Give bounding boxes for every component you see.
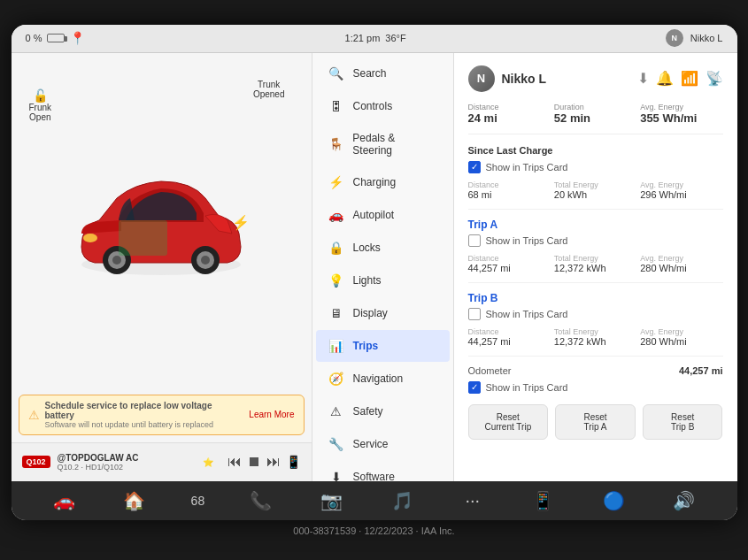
download-icon[interactable]: ⬇ bbox=[637, 70, 649, 87]
battery-percent: 0 % bbox=[26, 33, 42, 43]
menu-panel: 🔍 Search 🎛 Controls 🪑 Pedals & Steering … bbox=[312, 53, 454, 481]
status-left: 0 % 📍 bbox=[26, 31, 86, 45]
trip-a-distance: Distance 44,257 mi bbox=[468, 254, 551, 273]
software-icon: ⬇ bbox=[328, 470, 344, 481]
menu-item-lights[interactable]: 💡 Lights bbox=[316, 265, 450, 296]
skip-prev-button[interactable]: ⏮ bbox=[227, 454, 242, 470]
service-alert: ⚠ Schedule service to replace low voltag… bbox=[19, 395, 305, 435]
skip-next-button[interactable]: ⏭ bbox=[266, 454, 281, 470]
taskbar-music-icon[interactable]: 🎵 bbox=[388, 490, 416, 511]
user-action-icons: ⬇ 🔔 📶 📡 bbox=[637, 70, 723, 87]
user-name: Nikko L bbox=[502, 72, 547, 86]
media-bar: Q102 @TOPDOGLAW AC Q10.2 · HD1/Q102 ⭐ ⏮ … bbox=[12, 442, 312, 481]
car-svg: ⚡ bbox=[64, 150, 258, 291]
charging-icon: ⚡ bbox=[328, 175, 344, 189]
trip-b-checkbox[interactable] bbox=[468, 308, 481, 320]
since-last-charge-header: Since Last Charge bbox=[468, 145, 723, 156]
menu-item-safety[interactable]: ⚠ Safety bbox=[316, 395, 450, 427]
svg-point-7 bbox=[201, 256, 210, 265]
menu-item-search[interactable]: 🔍 Search bbox=[316, 58, 450, 89]
main-screen: 0 % 📍 1:21 pm 36°F N Nikko L 🔓 Frunk Ope… bbox=[12, 25, 737, 520]
trip-a-title: Trip A bbox=[468, 219, 723, 231]
odometer-checkbox[interactable]: ✓ bbox=[468, 381, 481, 394]
menu-item-navigation[interactable]: 🧭 Navigation bbox=[316, 363, 450, 395]
odometer-checkbox-label: Show in Trips Card bbox=[486, 382, 568, 393]
reset-trip-b-button[interactable]: ResetTrip B bbox=[643, 404, 723, 440]
menu-item-trips[interactable]: 📊 Trips bbox=[316, 330, 450, 362]
alert-subtext: Software will not update until battery i… bbox=[45, 420, 244, 429]
status-right: N Nikko L bbox=[666, 29, 723, 47]
trip-a-checkbox-label: Show in Trips Card bbox=[486, 235, 568, 246]
bluetooth-icon[interactable]: 📶 bbox=[681, 70, 698, 87]
user-info: N Nikko L bbox=[468, 65, 547, 92]
since-charge-total-energy: Total Energy 20 kWh bbox=[554, 180, 636, 200]
last-trip-stats: Distance 24 mi Duration 52 min Avg. Ener… bbox=[468, 103, 723, 134]
stop-button[interactable]: ⏹ bbox=[247, 454, 261, 470]
taskbar-apps-icon[interactable]: 📱 bbox=[528, 490, 557, 511]
footer-watermark: 000-38371539 · 12/22/2023 · IAA Inc. bbox=[293, 525, 454, 536]
trip-a-checkbox[interactable] bbox=[468, 234, 481, 247]
current-time: 1:21 pm bbox=[345, 33, 381, 43]
trip-a-details: Distance 44,257 mi Total Energy 12,372 k… bbox=[468, 254, 723, 283]
user-avatar: N bbox=[468, 65, 495, 92]
display-icon: 🖥 bbox=[328, 306, 344, 320]
taskbar-phone-icon[interactable]: 📞 bbox=[247, 490, 275, 511]
controls-icon: 🎛 bbox=[328, 99, 344, 113]
svg-text:⚡: ⚡ bbox=[232, 214, 250, 231]
since-charge-distance: Distance 68 mi bbox=[468, 180, 551, 200]
taskbar-car-icon[interactable]: 🚗 bbox=[50, 490, 78, 511]
trip-b-details: Distance 44,257 mi Total Energy 12,372 k… bbox=[468, 327, 723, 357]
menu-item-service[interactable]: 🔧 Service bbox=[316, 428, 450, 460]
status-center: 1:21 pm 36°F bbox=[345, 33, 406, 43]
since-charge-checkbox-row: ✓ Show in Trips Card bbox=[468, 161, 723, 173]
menu-item-software[interactable]: ⬇ Software bbox=[316, 461, 450, 481]
bell-icon[interactable]: 🔔 bbox=[656, 70, 674, 87]
autopilot-icon: 🚗 bbox=[328, 208, 344, 222]
pedals-icon: 🪑 bbox=[328, 137, 344, 151]
trip-b-checkbox-row: Show in Trips Card bbox=[468, 308, 723, 320]
radio-logo: Q102 bbox=[22, 456, 50, 468]
reset-current-trip-button[interactable]: ResetCurrent Trip bbox=[468, 404, 549, 440]
safety-icon: ⚠ bbox=[328, 404, 344, 418]
main-content: 🔓 Frunk Open Trunk Opened bbox=[12, 53, 737, 481]
taskbar-bluetooth-icon[interactable]: 🔵 bbox=[599, 490, 628, 511]
menu-item-autopilot[interactable]: 🚗 Autopilot bbox=[316, 199, 450, 231]
taskbar-camera-icon[interactable]: 📷 bbox=[317, 490, 345, 511]
svg-point-4 bbox=[112, 256, 121, 265]
since-charge-checkbox[interactable]: ✓ bbox=[468, 161, 481, 173]
trip-b-checkbox-label: Show in Trips Card bbox=[486, 309, 568, 319]
car-visualization: 🔓 Frunk Open Trunk Opened bbox=[12, 53, 312, 387]
svg-point-1 bbox=[83, 234, 97, 242]
media-station: @TOPDOGLAW AC bbox=[58, 453, 196, 463]
user-name-status: Nikko L bbox=[690, 33, 723, 43]
media-info: @TOPDOGLAW AC Q10.2 · HD1/Q102 bbox=[58, 453, 196, 472]
search-icon: 🔍 bbox=[328, 66, 344, 81]
menu-item-pedals[interactable]: 🪑 Pedals & Steering bbox=[316, 123, 450, 165]
signal-icon[interactable]: 📡 bbox=[706, 70, 723, 87]
menu-item-charging[interactable]: ⚡ Charging bbox=[316, 166, 450, 198]
svg-rect-9 bbox=[119, 220, 167, 256]
menu-item-controls[interactable]: 🎛 Controls bbox=[316, 90, 450, 122]
trips-icon: 📊 bbox=[328, 339, 344, 353]
status-bar: 0 % 📍 1:21 pm 36°F N Nikko L bbox=[12, 25, 737, 53]
taskbar-more-icon[interactable]: ··· bbox=[459, 490, 487, 510]
taskbar-home-icon[interactable]: 🏠 bbox=[120, 490, 149, 511]
taskbar-volume-icon[interactable]: 🔊 bbox=[670, 490, 698, 511]
trip-b-total-energy: Total Energy 12,372 kWh bbox=[554, 327, 636, 347]
learn-more-link[interactable]: Learn More bbox=[249, 410, 294, 419]
trip-a-avg-energy: Avg. Energy 280 Wh/mi bbox=[640, 254, 722, 273]
battery-icon bbox=[47, 34, 65, 42]
last-trip-energy: Avg. Energy 355 Wh/mi bbox=[640, 103, 722, 125]
since-charge-checkbox-label: Show in Trips Card bbox=[486, 162, 568, 173]
left-panel: 🔓 Frunk Open Trunk Opened bbox=[12, 53, 312, 481]
odometer-row: Odometer 44,257 mi bbox=[468, 365, 723, 376]
user-avatar-small: N bbox=[666, 29, 683, 47]
user-header: N Nikko L ⬇ 🔔 📶 📡 bbox=[468, 65, 723, 92]
menu-item-locks[interactable]: 🔒 Locks bbox=[316, 232, 450, 264]
reset-trip-a-button[interactable]: ResetTrip A bbox=[555, 404, 636, 440]
frunk-status: 🔓 Frunk Open bbox=[29, 88, 52, 122]
trip-b-title: Trip B bbox=[468, 292, 723, 304]
last-trip-distance: Distance 24 mi bbox=[468, 103, 551, 125]
taskbar-speed: 68 bbox=[191, 494, 205, 508]
menu-item-display[interactable]: 🖥 Display bbox=[316, 297, 450, 329]
